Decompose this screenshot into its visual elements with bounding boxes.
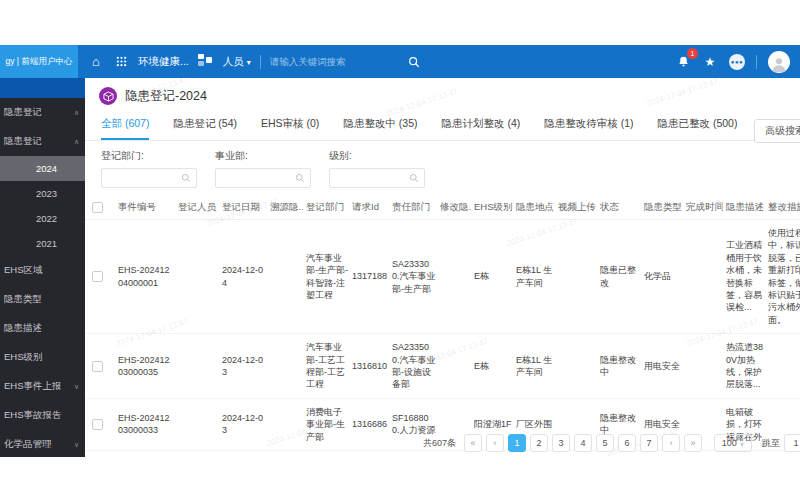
sidebar-item-ehs-event-report[interactable]: EHS事件上报 ∨ [0,372,85,401]
measure-cell [767,417,800,431]
user-avatar[interactable] [768,51,790,73]
page-button-4[interactable]: 4 [574,434,592,452]
first-page-button[interactable]: « [464,434,482,452]
finish-time-cell [685,359,723,373]
location-cell: E栋1L 生产车间 [515,347,555,386]
finish-time-cell [685,270,723,284]
photo-cell [557,417,597,431]
notifications-bell-icon[interactable]: 1 [675,54,691,70]
sidebar-item-label: EHS事件上报 [4,380,62,393]
sidebar-item-2021[interactable]: 2021 [0,231,85,256]
resp-dept-cell: SA233300.汽车事业部-生产部 [391,251,437,302]
event-no-cell: EHS-20241204000001 [117,257,175,296]
search-icon[interactable] [406,54,422,70]
date-cell: 2024-12-04 [221,257,267,296]
measure-cell [767,359,800,373]
sidebar-item-2022[interactable]: 2022 [0,206,85,231]
org-icon[interactable] [198,54,214,70]
tab-rectified[interactable]: 隐患已整改 (500) [657,114,737,140]
advanced-search-button[interactable]: 高级搜索 [754,119,800,143]
sidebar-item-label: 2023 [36,188,57,199]
sidebar-item-ehs-accident-report[interactable]: EHS事故报告 [0,401,85,430]
star-favorite-icon[interactable]: ★ [702,54,718,70]
col-location: 隐患地点 [515,196,555,219]
filter-bar: 登记部门: 事业部: 级别: [85,141,800,196]
col-video-upload: 视频上传 [557,196,597,219]
total-count: 共607条 [423,437,456,450]
more-options-icon[interactable]: ●●● [729,54,745,70]
app-grid-icon[interactable] [113,54,129,70]
home-icon[interactable]: ⌂ [88,54,104,70]
jump-to-label: 跳至 [762,437,780,450]
main-content: 2024-12-04 17:13:47 2024-12-04 17:13:47 … [85,78,800,457]
people-selector[interactable]: 人员 ▾ [223,55,251,69]
sidebar-item-2023[interactable]: 2023 [0,181,85,206]
page-button-5[interactable]: 5 [596,434,614,452]
page-button-7[interactable]: 7 [640,434,658,452]
col-request-id: 请求Id [351,196,389,219]
event-no-cell: EHS-20241203000033 [117,405,175,444]
pagination: 共607条 « ‹ 1 2 3 4 5 6 7 › » 100 ∨ 跳至 [423,434,800,452]
app-name[interactable]: 环境健康... [138,55,189,69]
search-input[interactable] [270,56,400,67]
sidebar-item-hidden-danger-register[interactable]: 隐患登记 ∧ [0,127,85,156]
divider [260,55,261,69]
jump-to-input[interactable] [784,434,800,452]
sidebar-header-strip[interactable] [0,78,85,98]
sidebar-item-ehs-area[interactable]: EHS区域 [0,256,85,285]
col-resp-dept: 责任部门 [391,196,437,219]
col-finish-time: 完成时间 [685,196,723,219]
row-checkbox[interactable] [92,419,103,430]
event-no: EHS-20241204000001 [118,265,170,287]
sidebar-item-label: 化学品管理 [4,438,52,451]
brand-logo[interactable]: gy | 前端用户中心 [0,45,78,78]
business-unit-input[interactable] [216,173,295,183]
page-button-2[interactable]: 2 [530,434,548,452]
sidebar: 隐患登记 ∧ 隐患登记 ∧ 2024 2023 2022 2021 EHS区域 … [0,78,85,457]
sidebar-item-2024[interactable]: 2024 [0,156,85,181]
event-no-cell: EHS-20241203000035 [117,347,175,386]
tab-planned-rectification[interactable]: 隐患计划整改 (4) [441,114,520,140]
row-checkbox[interactable] [92,361,103,372]
level-input[interactable] [330,173,409,183]
page-button-1[interactable]: 1 [508,434,526,452]
sidebar-item-label: 隐患类型 [4,293,42,306]
col-status: 状态 [599,196,641,219]
tab-rectifying[interactable]: 隐患整改中 (35) [343,114,417,140]
col-modify: 修改隐... [439,196,471,219]
last-page-button[interactable]: » [684,434,702,452]
tab-registered[interactable]: 隐患登记 (54) [173,114,237,140]
sidebar-item-chemical-management[interactable]: 化学品管理 ∨ [0,430,85,457]
sidebar-item-danger-desc[interactable]: 隐患描述 [0,314,85,343]
tab-ehs-review[interactable]: EHS审核 (0) [261,114,319,140]
sidebar-item-hidden-danger-register-group[interactable]: 隐患登记 ∧ [0,98,85,127]
next-page-button[interactable]: › [662,434,680,452]
photo-cell [557,270,597,284]
sidebar-item-danger-type[interactable]: 隐患类型 [0,285,85,314]
page-size-select[interactable]: 100 ∨ [714,434,752,452]
select-all-checkbox[interactable] [92,202,103,213]
page-header: 隐患登记-2024 [85,78,800,114]
page-button-6[interactable]: 6 [618,434,636,452]
chevron-down-icon: ∨ [740,440,744,447]
prev-page-button[interactable]: ‹ [486,434,504,452]
tab-bar: 全部 (607) 隐患登记 (54) EHS审核 (0) 隐患整改中 (35) … [85,114,800,141]
tab-all[interactable]: 全部 (607) [101,114,149,140]
chevron-down-icon: ∨ [74,441,79,449]
register-dept-input[interactable] [102,173,181,183]
row-checkbox[interactable] [92,271,103,282]
sidebar-item-label: 2021 [36,238,57,249]
sidebar-item-ehs-level[interactable]: EHS级别 [0,343,85,372]
modify-cell [439,417,471,431]
sidebar-item-label: EHS级别 [4,351,43,364]
tab-pending-review[interactable]: 隐患整改待审核 (1) [544,114,633,140]
divider [756,55,757,69]
desc-cell: 工业酒精桶用于饮水桶，未替换标签，容易误检... [725,232,765,320]
registrant-cell [177,270,219,284]
request-id-cell: 1316810 [351,353,389,379]
chevron-up-icon: ∧ [74,138,79,146]
notification-badge: 1 [687,48,698,59]
page-button-3[interactable]: 3 [552,434,570,452]
request-id-cell: 1316686 [351,411,389,437]
global-search [270,54,422,70]
